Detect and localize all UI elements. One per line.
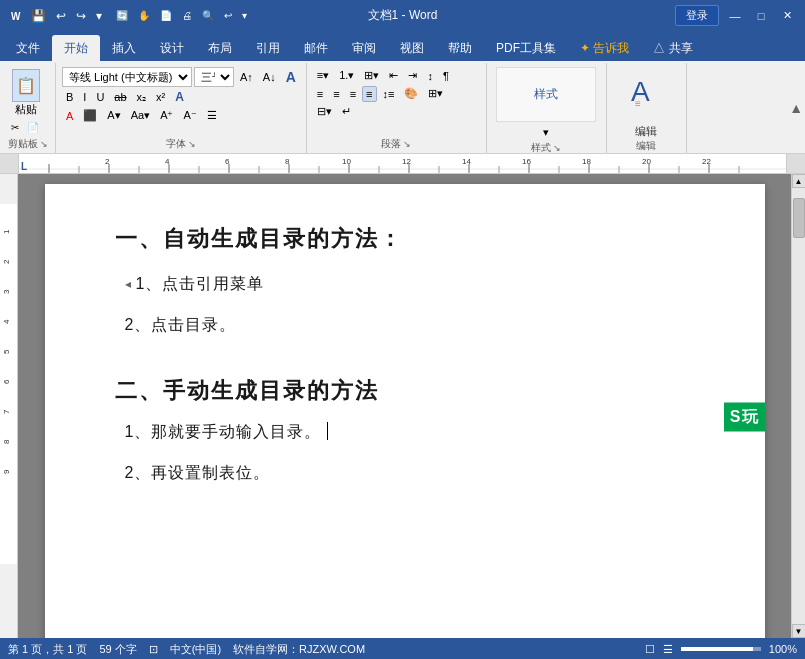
- font-effects-btn[interactable]: A: [171, 88, 188, 106]
- format-painter-btn[interactable]: ✂: [9, 120, 21, 135]
- doc-item-4: 2、再设置制表位。: [115, 463, 695, 484]
- tab-design[interactable]: 设计: [148, 35, 196, 61]
- para-row3: ⊟▾ ↵: [313, 103, 355, 120]
- tab-home[interactable]: 开始: [52, 35, 100, 61]
- align-right-btn[interactable]: ≡: [346, 86, 360, 102]
- clipboard-expand-icon[interactable]: ↘: [40, 139, 48, 149]
- zoom-level: 100%: [769, 643, 797, 655]
- svg-text:22: 22: [702, 157, 711, 166]
- para-label: 段落 ↘: [313, 137, 480, 153]
- para-mark-btn[interactable]: ↵: [338, 103, 355, 120]
- tab-tellme[interactable]: ✦ 告诉我: [568, 35, 641, 61]
- scroll-down-btn[interactable]: ▼: [792, 624, 806, 638]
- underline-btn[interactable]: U: [92, 89, 108, 105]
- align-left-btn[interactable]: ≡: [313, 86, 327, 102]
- ruler-svg: 2 4 6 8 10 12 14 16 18 20 22: [19, 154, 786, 173]
- minimize-button[interactable]: —: [725, 6, 745, 26]
- paste-button[interactable]: 📋 粘贴: [6, 67, 46, 119]
- scroll-up-btn[interactable]: ▲: [792, 174, 806, 188]
- increase-font-btn[interactable]: A↑: [236, 69, 257, 85]
- extra-qat-1[interactable]: 📄: [157, 8, 175, 23]
- font-size-select[interactable]: 三号: [194, 67, 234, 87]
- styles-dropdown-btn[interactable]: ▾: [493, 124, 600, 141]
- highlight-color-btn[interactable]: ⬛: [79, 107, 101, 124]
- strikethrough-btn[interactable]: ab: [110, 89, 130, 105]
- increase-indent-btn[interactable]: ⇥: [404, 67, 421, 84]
- scroll-thumb[interactable]: [793, 198, 805, 238]
- svg-text:1: 1: [2, 229, 11, 234]
- para-expand-icon[interactable]: ↘: [403, 139, 411, 149]
- ruler-right-margin: [787, 154, 805, 173]
- tab-review[interactable]: 审阅: [340, 35, 388, 61]
- borders-btn[interactable]: ⊞▾: [424, 85, 447, 102]
- close-button[interactable]: ✕: [777, 6, 797, 26]
- document-page: 一、自动生成目录的方法： ◂ 1、点击引用菜单 2、点击目录。 二、手动生成目录…: [45, 184, 765, 638]
- bullets-btn[interactable]: ≡▾: [313, 67, 333, 84]
- svg-text:16: 16: [522, 157, 531, 166]
- align-center-btn[interactable]: ≡: [329, 86, 343, 102]
- subscript-btn[interactable]: x₂: [133, 89, 151, 106]
- copy-btn[interactable]: 📄: [23, 120, 43, 135]
- tab-references[interactable]: 引用: [244, 35, 292, 61]
- document-scroll-area[interactable]: 一、自动生成目录的方法： ◂ 1、点击引用菜单 2、点击目录。 二、手动生成目录…: [18, 174, 791, 638]
- font-expand-icon[interactable]: ↘: [188, 139, 196, 149]
- sort-btn[interactable]: ↕: [423, 68, 437, 84]
- para-row1: ≡▾ 1.▾ ⊞▾ ⇤ ⇥ ↕ ¶: [313, 67, 453, 84]
- touchmode-btn[interactable]: ✋: [135, 8, 153, 23]
- editing-content: A ≡ 编辑: [613, 67, 680, 139]
- line-spacing-btn[interactable]: ↕≡: [379, 86, 399, 102]
- tab-pdf[interactable]: PDF工具集: [484, 35, 568, 61]
- ribbon-collapse-btn[interactable]: ▲: [789, 63, 805, 153]
- font-more-btn[interactable]: ☰: [203, 107, 221, 124]
- col-btn[interactable]: ⊟▾: [313, 103, 336, 120]
- clear-format-btn[interactable]: A: [282, 67, 300, 87]
- svg-text:18: 18: [582, 157, 591, 166]
- font-name-select[interactable]: 等线 Light (中文标题): [62, 67, 192, 87]
- font-shrink2-btn[interactable]: A⁻: [180, 107, 201, 124]
- superscript-btn[interactable]: x²: [152, 89, 169, 105]
- right-scrollbar[interactable]: ▲ ▼: [791, 174, 805, 638]
- scroll-track[interactable]: [792, 188, 806, 624]
- status-bar: 第 1 页，共 1 页 59 个字 ⊡ 中文(中国) 软件自学网：RJZXW.C…: [0, 638, 805, 659]
- tab-insert[interactable]: 插入: [100, 35, 148, 61]
- redo-qat-btn[interactable]: ↪: [73, 7, 89, 25]
- extra-qat-4[interactable]: ↩: [221, 8, 235, 23]
- bold-btn[interactable]: B: [62, 89, 77, 105]
- multilevel-btn[interactable]: ⊞▾: [360, 67, 383, 84]
- layout-view-btn[interactable]: ☐: [645, 643, 655, 656]
- numbering-btn[interactable]: 1.▾: [335, 67, 358, 84]
- save-qat-btn[interactable]: 💾: [28, 7, 49, 25]
- read-view-btn[interactable]: ☰: [663, 643, 673, 656]
- tab-file[interactable]: 文件: [4, 35, 52, 61]
- tab-layout[interactable]: 布局: [196, 35, 244, 61]
- word-icon: W: [8, 8, 24, 24]
- text-color-btn[interactable]: A: [62, 108, 77, 124]
- zoom-slider[interactable]: [681, 647, 761, 651]
- italic-btn[interactable]: I: [79, 89, 90, 105]
- extra-qat-3[interactable]: 🔍: [199, 8, 217, 23]
- font-case-btn[interactable]: Aa▾: [127, 107, 154, 124]
- maximize-button[interactable]: □: [751, 6, 771, 26]
- show-marks-btn[interactable]: ¶: [439, 68, 453, 84]
- clipboard-content: 📋 粘贴 ✂ 📄: [6, 67, 49, 137]
- title-bar-right: 登录 — □ ✕: [675, 5, 797, 26]
- decrease-font-btn[interactable]: A↓: [259, 69, 280, 85]
- styles-expand-icon[interactable]: ↘: [553, 143, 561, 153]
- customqat-btn[interactable]: ▾: [93, 7, 105, 25]
- font-enlarge2-btn[interactable]: A⁺: [156, 107, 177, 124]
- font-row3: A ⬛ A▾ Aa▾ A⁺ A⁻ ☰: [62, 107, 221, 124]
- shading-btn[interactable]: 🎨: [400, 85, 422, 102]
- extra-qat-arrow[interactable]: ▾: [239, 8, 250, 23]
- extra-qat-2[interactable]: 🖨: [179, 8, 195, 23]
- ruler-area: 2 4 6 8 10 12 14 16 18 20 22: [0, 154, 805, 174]
- tab-view[interactable]: 视图: [388, 35, 436, 61]
- tab-share[interactable]: △ 共享: [641, 35, 704, 61]
- justify-btn[interactable]: ≡: [362, 86, 376, 102]
- decrease-indent-btn[interactable]: ⇤: [385, 67, 402, 84]
- svg-text:5: 5: [2, 349, 11, 354]
- login-button[interactable]: 登录: [675, 5, 719, 26]
- tab-mailings[interactable]: 邮件: [292, 35, 340, 61]
- font-color2-btn[interactable]: A▾: [103, 107, 124, 124]
- tab-help[interactable]: 帮助: [436, 35, 484, 61]
- undo-qat-btn[interactable]: ↩: [53, 7, 69, 25]
